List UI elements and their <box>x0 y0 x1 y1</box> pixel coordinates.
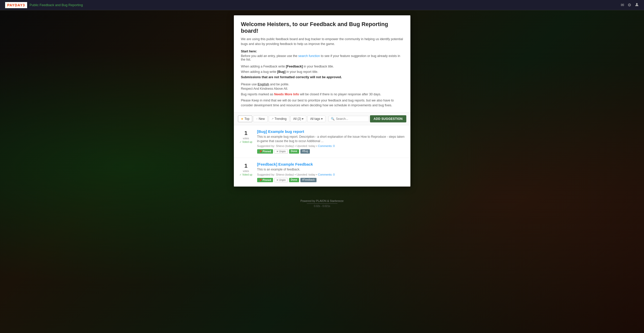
mail-icon[interactable]: ✉ <box>621 3 624 7</box>
content-panel: Welcome Heisters, to our Feedback and Bu… <box>234 15 410 187</box>
trend-icon: ↗ <box>271 117 274 120</box>
navbar: PAYDAY3 Public Feedback and Bug Reportin… <box>0 0 644 10</box>
post-item-2: 1 votes Voted up [Feedback] Example Feed… <box>234 158 410 187</box>
post-preview-1: This is an example bug report. Descripti… <box>257 135 405 143</box>
filter-bar: ★ Top ○ New ↗ Trending All (2) ▾ All tag… <box>234 113 410 125</box>
search-icon: 🔍 <box>331 117 335 121</box>
post-tags-1: 📌 Pinned ✕ Unpin Done #Bug <box>257 149 405 154</box>
tag-bug-1[interactable]: #Bug <box>300 149 310 154</box>
footer-timing: 0.02s - 0.021s <box>3 205 641 208</box>
tag-feedback-2[interactable]: #Feedback <box>300 178 316 182</box>
before-text: Before you add an entry, please use the … <box>241 54 403 61</box>
lang-notes: Please use English and be polite. Respec… <box>241 83 403 90</box>
tag-unpin-2[interactable]: ✕ Unpin <box>274 178 288 182</box>
chevron-down-icon-2: ▾ <box>321 117 323 121</box>
tag-done-2[interactable]: Done <box>289 178 299 182</box>
vote-section-2: 1 votes Voted up <box>239 162 253 176</box>
circle-icon: ○ <box>256 117 258 120</box>
all-filter-dropdown[interactable]: All (2) ▾ <box>290 116 306 122</box>
post-title-2[interactable]: [Feedback] Example Feedback <box>257 162 405 166</box>
comments-link-2[interactable]: Comments: 0 <box>318 173 335 176</box>
format-instructions: When adding a Feedback write [Feedback] … <box>241 64 403 80</box>
start-here-label: Start here: <box>241 50 403 53</box>
post-meta-1: Suggested by: Shievo (today) • Upvoted: … <box>257 144 405 147</box>
post-preview-2: This is an example of feedback. <box>257 167 405 172</box>
tag-pinned-1[interactable]: 📌 Pinned <box>257 149 273 154</box>
post-tags-2: 📌 Pinned ✕ Unpin Done #Feedback <box>257 178 405 182</box>
voted-up-1: Voted up <box>239 141 252 143</box>
post-item: 1 votes Voted up [Bug] Example bug repor… <box>234 125 410 158</box>
svg-point-0 <box>636 3 638 5</box>
comments-link-1[interactable]: Comments: 0 <box>318 144 335 147</box>
tag-done-1[interactable]: Done <box>289 149 299 154</box>
filter-trending-button[interactable]: ↗ Trending <box>269 116 289 122</box>
voted-up-2: Voted up <box>239 173 252 176</box>
all-tags-dropdown[interactable]: All tags ▾ <box>307 116 325 122</box>
vote-count-2: 1 <box>244 163 247 169</box>
post-meta-2: Suggested by: Shievo (today) • Upvoted: … <box>257 173 405 176</box>
search-input[interactable] <box>336 117 367 121</box>
vote-label-2: votes <box>243 170 249 173</box>
nav-title: Public Feedback and Bug Reporting <box>30 3 83 7</box>
new-label: New <box>259 117 265 121</box>
main-wrapper: Welcome Heisters, to our Feedback and Bu… <box>0 10 644 197</box>
all-label: All (2) <box>293 117 301 121</box>
top-label: Top <box>245 117 249 121</box>
welcome-desc: We are using this public feedback board … <box>241 37 403 47</box>
payday-logo: PAYDAY3 <box>5 2 27 8</box>
vote-section-1: 1 votes Voted up <box>239 129 253 143</box>
user-icon[interactable] <box>635 3 639 8</box>
consider-note: Please Keep in mind that we will do our … <box>241 98 403 108</box>
all-tags-label: All tags <box>310 117 320 121</box>
post-content-2: [Feedback] Example Feedback This is an e… <box>257 162 405 182</box>
tag-unpin-1[interactable]: ✕ Unpin <box>274 149 288 154</box>
post-title-1[interactable]: [Bug] Example bug report <box>257 129 405 134</box>
filter-new-button[interactable]: ○ New <box>253 116 268 122</box>
search-function-link[interactable]: search function <box>298 54 320 58</box>
add-suggestion-button[interactable]: ADD SUGGESTION <box>370 115 406 122</box>
powered-by: Powered by PLAION & Starbreeze <box>3 199 641 202</box>
search-box: 🔍 <box>329 116 369 122</box>
vote-count-1: 1 <box>244 130 247 136</box>
vote-label-1: votes <box>243 137 249 140</box>
tag-pinned-2[interactable]: 📌 Pinned <box>257 178 273 182</box>
navbar-icons: ✉ ⚙ <box>621 3 639 8</box>
welcome-title: Welcome Heisters, to our Feedback and Bu… <box>241 21 403 34</box>
welcome-section: Welcome Heisters, to our Feedback and Bu… <box>234 15 410 113</box>
star-icon: ★ <box>241 117 244 121</box>
brand: PAYDAY3 Public Feedback and Bug Reportin… <box>5 2 83 8</box>
filter-top-button[interactable]: ★ Top <box>238 116 252 122</box>
settings-icon[interactable]: ⚙ <box>628 3 631 7</box>
footer-divider <box>307 203 337 204</box>
logo-number: 3 <box>23 3 25 7</box>
trending-label: Trending <box>275 117 287 121</box>
footer: Powered by PLAION & Starbreeze 0.02s - 0… <box>0 197 644 210</box>
nmi-note: Bug reports marked as Needs More Info wi… <box>241 93 403 96</box>
logo-text: PAYDAY <box>7 3 23 7</box>
post-content-1: [Bug] Example bug report This is an exam… <box>257 129 405 154</box>
posts-container: 1 votes Voted up [Bug] Example bug repor… <box>234 125 410 187</box>
chevron-down-icon: ▾ <box>302 117 303 121</box>
